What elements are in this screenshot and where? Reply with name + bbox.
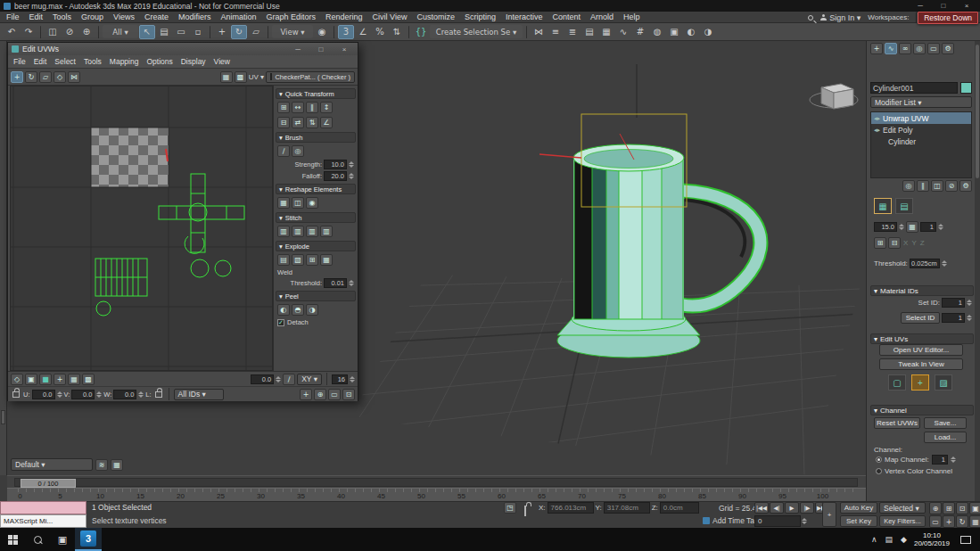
sign-in-button[interactable]: Sign In ▾ [820, 13, 861, 22]
ribbon-toggle[interactable]: ▦ [598, 25, 614, 39]
stitch-to-average-icon[interactable]: ▥ [306, 226, 318, 237]
menu-item[interactable]: Arnold [590, 12, 614, 21]
angle-snap-toggle[interactable]: ∠ [355, 25, 371, 39]
uv-freeform-button[interactable]: ◇ [54, 71, 66, 83]
align-button[interactable]: ≡ [548, 25, 564, 39]
curve-editor-button[interactable]: ∿ [615, 25, 631, 39]
uv-islands[interactable] [95, 174, 244, 316]
stack-edit-poly[interactable]: ◂▸ Edit Poly [871, 124, 971, 136]
matid-field[interactable]: 1 [920, 222, 936, 232]
uv-scale-button[interactable]: ▱ [39, 71, 52, 83]
falloff-space-axes[interactable]: X Y Z [903, 239, 926, 247]
search-icon[interactable] [808, 15, 813, 21]
play-button[interactable]: ▶ [785, 502, 799, 514]
track-bar[interactable]: 0510152025303540455055606570758085909510… [7, 488, 866, 501]
map-channel-radio[interactable] [876, 456, 882, 463]
vertex-snap-icon[interactable]: ▩ [82, 374, 95, 385]
toolbar-icon[interactable] [334, 26, 334, 38]
space-horizontal-icon[interactable]: ∥ [306, 102, 318, 113]
v-field[interactable]: 0.0 [71, 390, 95, 399]
uv-transform-icon[interactable]: ▢ [888, 374, 906, 391]
uv-space-dropdown[interactable]: UV ▾ [249, 73, 264, 81]
uvw-minimize-button[interactable]: ─ [288, 45, 308, 54]
modifier-list-dropdown[interactable]: Modifier List ▾ [870, 96, 972, 108]
y-coordinate-field[interactable]: 317.08cm [604, 502, 650, 514]
uvw-maximize-button[interactable]: □ [311, 45, 331, 54]
menu-item[interactable]: Tools [53, 12, 71, 21]
select-by-name-button[interactable]: ▤ [156, 25, 172, 39]
uv-pan-tool[interactable]: + [300, 389, 312, 400]
relax-brush-icon[interactable]: ◎ [292, 145, 304, 157]
relax-until-flat-icon[interactable]: ◉ [306, 197, 318, 209]
uv-mirror-button[interactable]: ⋈ [68, 71, 80, 83]
current-frame-field[interactable]: 0 [754, 515, 801, 527]
tweak-in-view-button[interactable]: Tweak In View [879, 358, 963, 370]
edge-distance-field[interactable]: 16 [332, 374, 348, 384]
zoom-extents-tool[interactable]: ⊡ [956, 502, 968, 514]
scene-explorer-toggle[interactable]: ≣ [564, 25, 581, 39]
uvw-menu-item[interactable]: Mapping [110, 57, 139, 66]
uv-canvas[interactable] [10, 86, 273, 371]
vertex-color-radio[interactable] [876, 468, 882, 474]
object-name-field[interactable]: Cylinder001 [870, 82, 958, 94]
uv-zoom-extents-tool[interactable]: ⊡ [342, 389, 355, 400]
layer-dropdown[interactable]: Default ▾ [11, 458, 93, 471]
shrink-selection-icon[interactable]: ⊟ [888, 237, 901, 249]
display-tab[interactable]: ▭ [927, 43, 940, 54]
uv-zoom-tool[interactable]: ⊕ [314, 389, 326, 400]
add-time-tag[interactable]: Add Time Tag [712, 516, 759, 525]
object-color-swatch[interactable] [960, 82, 972, 94]
absolute-typein-toggle[interactable]: ◇ [11, 374, 23, 385]
break-icon[interactable]: ▤ [277, 254, 290, 266]
time-slider-track[interactable]: 0 / 100 [14, 478, 858, 487]
weld-threshold-field[interactable]: 0.01 [324, 278, 347, 288]
uv-move-button[interactable]: + [11, 71, 23, 83]
modify-tab[interactable]: ∿ [885, 43, 897, 54]
isolate-selection-icon[interactable]: ◳ [504, 502, 516, 514]
rollout-explode[interactable]: ▾Explode [276, 241, 356, 251]
w-field[interactable]: 0.0 [113, 390, 136, 399]
u-field[interactable]: 0.0 [32, 390, 55, 399]
menu-item[interactable]: Graph Editors [266, 12, 316, 21]
uvw-menu-item[interactable]: View [214, 57, 230, 66]
rollout-brush[interactable]: ▾Brush [276, 132, 356, 143]
rotate-90-cw-icon[interactable]: ⇅ [306, 117, 318, 128]
stitch-to-source-icon[interactable]: ▥ [320, 226, 333, 237]
falloff-field[interactable]: 20.0 [324, 171, 347, 181]
toolbar-icon[interactable] [210, 26, 210, 38]
zoom-all-tool[interactable]: ⊞ [943, 502, 955, 514]
menu-item[interactable]: Modifiers [178, 12, 211, 21]
toolbar-icon[interactable] [408, 26, 409, 38]
toolbar-icon[interactable] [268, 26, 268, 38]
grid-snap-icon[interactable]: ▦ [68, 374, 80, 385]
task-view-icon[interactable]: ▣ [50, 528, 75, 551]
menu-item[interactable]: Interactive [506, 12, 543, 21]
show-map-toggle[interactable]: ▦ [220, 71, 233, 83]
maxscript-macro-pane[interactable] [0, 501, 86, 514]
stack-unwrap-uvw[interactable]: ◂▸ Unwrap UVW [871, 112, 971, 124]
menu-item[interactable]: Edit [29, 12, 44, 21]
remove-modifier-button[interactable]: ⊘ [945, 180, 958, 192]
hierarchy-tab[interactable]: ∞ [899, 43, 911, 54]
action-center-icon[interactable] [960, 536, 971, 544]
minimize-button[interactable]: ─ [910, 1, 930, 11]
peel-mode-icon[interactable]: ◓ [292, 304, 304, 316]
x-coordinate-field[interactable]: 766.013cm [548, 502, 594, 514]
set-id-field[interactable]: 1 [942, 298, 965, 308]
next-frame-button[interactable]: |▶ [800, 502, 814, 514]
straighten-selection-icon[interactable]: ▦ [277, 197, 290, 209]
configure-modifier-sets-button[interactable]: ⚙ [959, 180, 972, 192]
key-filters-button[interactable]: Key Filters... [879, 515, 926, 527]
rollout-quick-transform[interactable]: ▾Quick Transform [276, 88, 356, 99]
rollout-peel[interactable]: ▾Peel [276, 291, 356, 301]
spinner-snap-toggle[interactable]: ⇅ [389, 25, 405, 39]
percent-snap-toggle[interactable]: % [372, 25, 388, 39]
maximize-viewport-toggle[interactable]: ▦ [969, 515, 980, 528]
menu-item[interactable]: Rendering [325, 12, 363, 21]
rollout-edit-uvs[interactable]: ▾Edit UVs [870, 333, 974, 344]
menu-item[interactable]: Create [144, 12, 169, 21]
rotate-90-ccw-icon[interactable]: ⇄ [292, 117, 304, 128]
align-horizontal-icon[interactable]: ⊞ [277, 102, 290, 113]
rollout-material-ids[interactable]: ▾Material IDs [870, 285, 974, 296]
start-button[interactable] [0, 528, 25, 551]
